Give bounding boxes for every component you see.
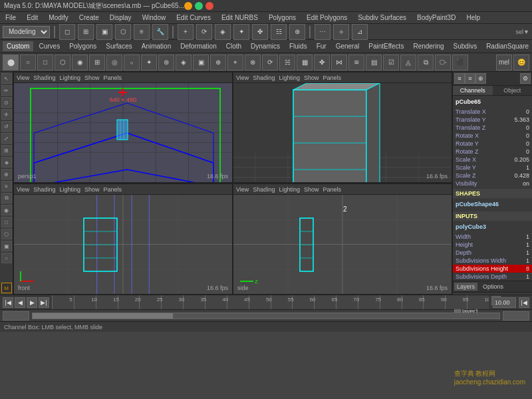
toolbar-icon-10[interactable]: ✦ [233,24,249,40]
tab-painteffects[interactable]: PaintEffects [364,41,408,51]
toolbar-snap-2[interactable]: ⟡ [333,24,349,40]
tl-start[interactable]: |◀ [3,297,13,308]
lt-paint[interactable]: ✏ [1,85,12,96]
tool-icon-15[interactable]: ⊗ [245,55,261,70]
tab-subdivs[interactable]: Subdivs [450,41,481,51]
menu-item-edit polygons[interactable]: Edit Polygons [304,13,350,22]
vp-tr-shading[interactable]: Shading [253,74,275,81]
tool-icon-select[interactable]: ⬤ [3,55,19,70]
close-button[interactable] [205,2,213,10]
toolbar-icon-6[interactable]: 🔧 [152,24,168,40]
viewport-top-left[interactable]: View Shading Lighting Show Panels [13,72,233,183]
viewport-bottom-left[interactable]: View Shading Lighting Show Panels [13,184,233,295]
object-tab[interactable]: Object [493,86,533,95]
tool-icon-5[interactable]: ◉ [72,55,88,70]
tool-icon-20[interactable]: ⋈ [331,55,347,70]
menu-item-file[interactable]: File [3,13,19,22]
tool-icon-26[interactable]: ⧃ [435,55,451,70]
tool-icon-24[interactable]: ◬ [400,55,416,70]
tab-deformation[interactable]: Deformation [176,41,220,51]
tab-cloth[interactable]: Cloth [222,41,245,51]
vp-bl-show[interactable]: Show [84,186,100,193]
tab-custom[interactable]: Custom [3,41,33,51]
vp-shading[interactable]: Shading [33,74,55,81]
vp-br-view[interactable]: View [236,186,249,193]
panel-icon-3[interactable]: ⊕ [475,73,486,84]
tool-icon-4[interactable]: ⬡ [55,55,70,70]
lt-tool9[interactable]: ⊕ [1,169,12,180]
mode-selector[interactable]: Modeling [3,26,50,38]
vp-br-shading[interactable]: Shading [253,186,275,193]
toolbar-icon-8[interactable]: ⟳ [196,24,212,40]
toolbar-snap-1[interactable]: ⋯ [315,24,331,40]
tab-general[interactable]: General [332,41,364,51]
tool-icon-25[interactable]: ⧉ [418,55,434,70]
tl-end-btn[interactable]: |◀ [519,297,529,308]
tool-icon-11[interactable]: ◈ [176,55,192,70]
menu-item-modify[interactable]: Modify [46,13,70,22]
lt-tool12[interactable]: ◉ [1,205,12,215]
menu-item-window[interactable]: Window [140,13,169,22]
vp-tr-panels[interactable]: Panels [323,74,341,81]
lt-scale[interactable]: ⤢ [1,133,12,144]
toolbar-icon-2[interactable]: ⊞ [78,24,94,40]
menu-item-edit curves[interactable]: Edit Curves [174,13,213,22]
menu-item-display[interactable]: Display [107,13,134,22]
tool-icon-10[interactable]: ⊛ [158,55,174,70]
vp-tr-view[interactable]: View [236,74,249,81]
viewport-top-right[interactable]: View Shading Lighting Show Panels [233,72,452,183]
tool-icon-27[interactable]: ⬛ [452,55,468,70]
lt-lasso[interactable]: ⊙ [1,97,12,108]
tool-icon-mel[interactable]: mel [496,55,512,70]
menu-item-edit nurbs[interactable]: Edit NURBS [219,13,261,22]
lt-tool15[interactable]: ▣ [1,241,12,251]
panel-icon-2[interactable]: ≡ [465,73,475,84]
channels-tab[interactable]: Channels [453,86,493,95]
tl-play[interactable]: ▶ [27,297,37,308]
vp-tr-lighting[interactable]: Lighting [279,74,300,81]
current-frame-input[interactable] [493,297,516,308]
toolbar-icon-12[interactable]: ☷ [271,24,287,40]
tl-prev[interactable]: ◀ [15,297,25,308]
lt-tool16[interactable]: ○ [1,253,12,263]
tab-fluids[interactable]: Fluids [285,41,311,51]
lt-tool14[interactable]: ⬡ [1,229,12,239]
toolbar-icon-11[interactable]: ✤ [252,24,268,40]
vp-bl-shading[interactable]: Shading [33,186,55,193]
toolbar-icon-5[interactable]: ≡ [134,24,150,40]
tab-polygons[interactable]: Polygons [65,41,100,51]
tab-rendering[interactable]: Rendering [409,41,448,51]
tool-icon-17[interactable]: ☵ [279,55,295,70]
menu-item-edit[interactable]: Edit [24,13,41,22]
tool-icon-19[interactable]: ✤ [314,55,330,70]
tool-icon-8[interactable]: ⬦ [124,55,140,70]
menu-item-subdiv surfaces[interactable]: Subdiv Surfaces [355,13,409,22]
lt-tool7[interactable]: ⊞ [1,145,12,156]
menu-item-polygons[interactable]: Polygons [266,13,299,22]
vp-tr-show[interactable]: Show [304,74,319,81]
options-tab[interactable]: Options [480,283,506,291]
vp-lighting[interactable]: Lighting [59,74,80,81]
vp-bl-view[interactable]: View [17,186,29,193]
vp-panels[interactable]: Panels [103,74,122,81]
lt-tool11[interactable]: ⧉ [1,193,12,203]
tool-icon-face[interactable]: 😊 [513,55,529,70]
vp-br-show[interactable]: Show [304,186,319,193]
lt-tool13[interactable]: □ [1,217,12,227]
tool-icon-18[interactable]: ▦ [297,55,313,70]
tab-radiansquare[interactable]: RadianSquare [482,41,532,51]
menu-item-help[interactable]: Help [464,13,483,22]
lt-move[interactable]: ✛ [1,109,12,120]
vp-bl-lighting[interactable]: Lighting [59,186,80,193]
tab-animation[interactable]: Animation [138,41,175,51]
range-slider[interactable] [32,313,500,319]
toolbar-icon-3[interactable]: ▣ [96,24,112,40]
panel-icon-1[interactable]: ≡ [454,73,465,84]
menu-item-create[interactable]: Create [76,13,102,22]
vp-bl-panels[interactable]: Panels [103,186,122,193]
lt-tool10[interactable]: ≡ [1,181,12,192]
timeline-inner[interactable]: 0510152025303540455055606570758085909510… [52,295,489,309]
tab-dynamics[interactable]: Dynamics [247,41,284,51]
tool-icon-22[interactable]: ▤ [366,55,382,70]
toolbar-snap-3[interactable]: ⊿ [352,24,368,40]
